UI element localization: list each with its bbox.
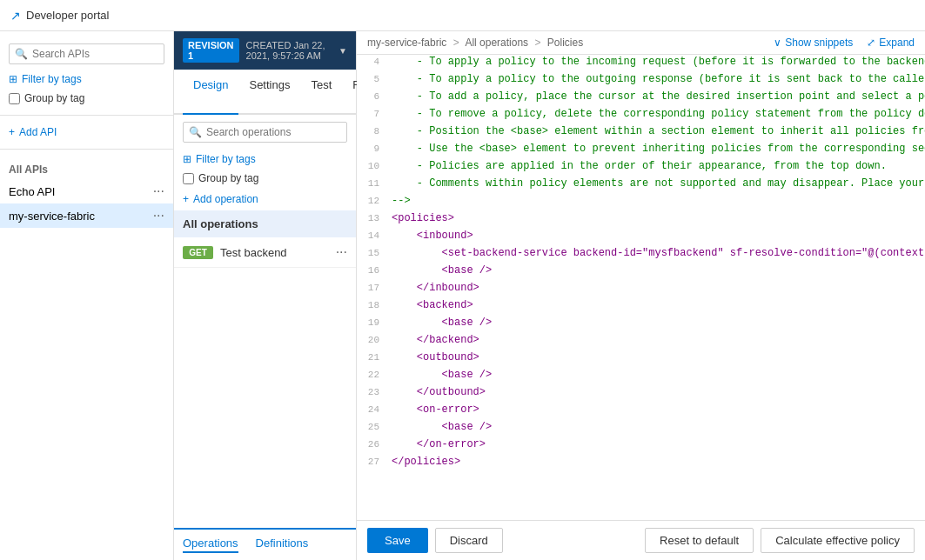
add-api-button[interactable]: + Add API <box>9 126 164 138</box>
operations-list: All operations GET Test backend ··· <box>174 210 356 528</box>
reset-button[interactable]: Reset to default <box>645 528 754 553</box>
editor-footer: Save Discard Reset to default Calculate … <box>357 520 925 560</box>
line-content: </outbound> <box>388 385 925 399</box>
operations-filter-tags[interactable]: ⊞ Filter by tags <box>183 153 347 165</box>
sidebar-divider-2 <box>0 149 173 150</box>
line-content: - To remove a policy, delete the corresp… <box>388 107 925 121</box>
tab-test[interactable]: Test <box>300 70 342 115</box>
list-item: 24 <on-error> <box>357 403 925 420</box>
line-content: - To apply a policy to the incoming requ… <box>388 55 925 69</box>
revision-bar: REVISION 1 CREATED Jan 22, 2021, 9:57:26… <box>174 31 356 70</box>
my-service-fabric-name: my-service-fabric <box>9 210 153 223</box>
sidebar-item-echo-api[interactable]: Echo API ··· <box>0 179 173 203</box>
line-number: 4 <box>357 55 388 67</box>
operations-group-tag: Group by tag <box>183 172 347 184</box>
echo-api-name: Echo API <box>9 185 153 198</box>
line-number: 23 <box>357 385 388 397</box>
line-content: - Position the <base> element within a s… <box>388 124 925 138</box>
sidebar-filter-tags[interactable]: ⊞ Filter by tags <box>9 73 164 85</box>
line-number: 7 <box>357 107 388 119</box>
all-operations-item[interactable]: All operations <box>174 210 356 237</box>
list-item: 11 - Comments within policy elements are… <box>357 177 925 194</box>
line-content: </policies> <box>388 455 925 469</box>
breadcrumb-api: my-service-fabric <box>367 37 446 49</box>
line-content: <on-error> <box>388 403 925 417</box>
sidebar-item-my-service-fabric[interactable]: my-service-fabric ··· <box>0 203 173 228</box>
line-number: 6 <box>357 90 388 102</box>
discard-button[interactable]: Discard <box>435 528 503 553</box>
line-number: 16 <box>357 263 388 276</box>
line-number: 8 <box>357 124 388 137</box>
show-snippets-label: Show snippets <box>785 37 853 49</box>
list-item: 9 - Use the <base> element to prevent in… <box>357 142 925 159</box>
tab-design[interactable]: Design <box>183 70 238 115</box>
line-content: </on-error> <box>388 437 925 451</box>
line-content: - To apply a policy to the outgoing resp… <box>388 72 925 86</box>
tab-operations[interactable]: Operations <box>183 537 238 553</box>
topbar: ↗ Developer portal <box>0 0 925 31</box>
list-item: 14 <inbound> <box>357 229 925 246</box>
line-content: --> <box>388 194 925 208</box>
table-row[interactable]: GET Test backend ··· <box>174 237 356 268</box>
search-icon: 🔍 <box>15 48 28 60</box>
operations-group-label: Group by tag <box>198 172 258 184</box>
expand-button[interactable]: ⤢ Expand <box>867 37 915 49</box>
add-operation-button[interactable]: + Add operation <box>183 193 347 205</box>
sidebar-filter-label: Filter by tags <box>22 73 82 85</box>
expand-label: Expand <box>879 37 915 49</box>
line-content: - Use the <base> element to prevent inhe… <box>388 142 925 156</box>
expand-icon: ⤢ <box>867 37 875 49</box>
footer-right: Reset to default Calculate effective pol… <box>645 528 915 553</box>
list-item: 16 <base /> <box>357 263 925 281</box>
my-service-fabric-dots[interactable]: ··· <box>153 209 164 223</box>
line-content: <base /> <box>388 263 925 277</box>
breadcrumb-page: Policies <box>547 37 583 49</box>
list-item: 25 <base /> <box>357 420 925 437</box>
line-number: 18 <box>357 298 388 310</box>
add-op-icon: + <box>183 193 189 205</box>
group-by-tag-checkbox[interactable] <box>9 93 20 104</box>
breadcrumb: my-service-fabric > All operations > Pol… <box>367 37 583 49</box>
footer-left: Save Discard <box>367 528 503 553</box>
code-editor[interactable]: 4 - To apply a policy to the incoming re… <box>357 55 925 520</box>
list-item: 19 <base /> <box>357 316 925 333</box>
left-sidebar: 🔍 ⊞ Filter by tags Group by tag + Add AP… <box>0 31 174 560</box>
list-item: 20 </backend> <box>357 333 925 350</box>
list-item: 21 <outbound> <box>357 350 925 368</box>
show-snippets-button[interactable]: ∨ Show snippets <box>774 37 853 49</box>
list-item: 22 <base /> <box>357 368 925 385</box>
line-number: 12 <box>357 194 388 206</box>
line-content: <base /> <box>388 368 925 382</box>
operation-dots[interactable]: ··· <box>336 244 347 260</box>
revision-date: CREATED Jan 22, 2021, 9:57:26 AM <box>246 40 332 61</box>
calculate-policy-button[interactable]: Calculate effective policy <box>761 528 915 553</box>
save-button[interactable]: Save <box>367 528 428 553</box>
sidebar-group-tag: Group by tag <box>9 92 164 104</box>
line-content: <policies> <box>388 211 925 225</box>
operations-filter-label: Filter by tags <box>196 153 256 165</box>
add-api-label: Add API <box>19 126 57 138</box>
topbar-title: Developer portal <box>26 9 109 22</box>
line-number: 20 <box>357 333 388 345</box>
echo-api-dots[interactable]: ··· <box>153 184 164 198</box>
line-number: 19 <box>357 316 388 328</box>
list-item: 27</policies> <box>357 455 925 472</box>
line-number: 5 <box>357 72 388 84</box>
revision-chevron-icon[interactable]: ▼ <box>338 46 347 56</box>
breadcrumb-section: All operations <box>465 37 528 49</box>
line-content: <base /> <box>388 420 925 434</box>
operations-search-container: 🔍 <box>183 122 347 143</box>
filter-tags-icon: ⊞ <box>183 153 191 165</box>
tab-settings[interactable]: Settings <box>238 70 300 115</box>
list-item: 10 - Policies are applied in the order o… <box>357 159 925 177</box>
search-apis-input[interactable] <box>9 43 164 64</box>
middle-panel: REVISION 1 CREATED Jan 22, 2021, 9:57:26… <box>174 31 357 560</box>
revision-badge: REVISION 1 <box>183 38 239 63</box>
list-item: 13<policies> <box>357 211 925 229</box>
operations-group-checkbox[interactable] <box>183 173 194 184</box>
search-operations-input[interactable] <box>183 122 347 143</box>
add-icon: + <box>9 126 15 138</box>
line-number: 24 <box>357 403 388 415</box>
operations-search-icon: 🔍 <box>189 126 202 138</box>
tab-definitions[interactable]: Definitions <box>256 537 309 553</box>
